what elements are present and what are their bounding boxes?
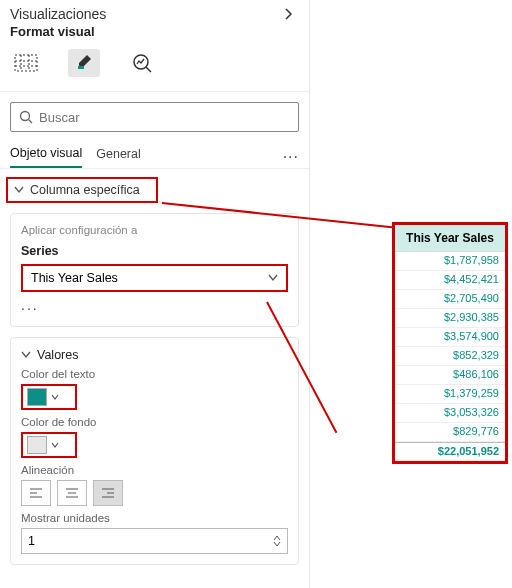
series-value: This Year Sales <box>31 271 118 285</box>
align-center-button[interactable] <box>57 480 87 506</box>
table-row: $3,574,900 <box>395 328 505 347</box>
table-row: $4,452,421 <box>395 271 505 290</box>
bg-color-swatch <box>27 436 47 454</box>
series-more-icon[interactable]: ··· <box>21 300 288 316</box>
table-row: $2,930,385 <box>395 309 505 328</box>
format-pane: Visualizaciones Format visual Objeto vis… <box>0 0 310 588</box>
text-color-picker[interactable] <box>21 384 77 410</box>
align-left-button[interactable] <box>21 480 51 506</box>
table-preview: This Year Sales $1,787,958$4,452,421$2,7… <box>392 222 508 464</box>
divider <box>0 91 309 92</box>
table-body: $1,787,958$4,452,421$2,705,490$2,930,385… <box>395 252 505 442</box>
values-header: Valores <box>37 348 78 362</box>
chevron-down-icon <box>268 274 278 282</box>
table-column-header: This Year Sales <box>395 225 505 252</box>
units-label: Mostrar unidades <box>21 512 288 524</box>
apply-settings-card: Aplicar configuración a Series This Year… <box>10 213 299 327</box>
search-icon <box>19 110 33 124</box>
table-row: $486,106 <box>395 366 505 385</box>
bg-color-picker[interactable] <box>21 432 77 458</box>
chevron-down-icon <box>51 394 59 400</box>
spinner-arrows-icon[interactable] <box>273 535 281 547</box>
search-input[interactable] <box>39 110 290 125</box>
text-color-label: Color del texto <box>21 368 288 380</box>
chevron-down-icon <box>21 351 31 359</box>
alignment-label: Alineación <box>21 464 288 476</box>
search-box[interactable] <box>10 102 299 132</box>
analytics-icon[interactable] <box>126 49 158 77</box>
pane-title: Visualizaciones <box>10 6 106 22</box>
svg-line-9 <box>29 120 33 124</box>
units-value: 1 <box>28 534 35 548</box>
format-mode-row <box>0 45 309 81</box>
svg-rect-0 <box>15 55 37 71</box>
table-row: $1,787,958 <box>395 252 505 271</box>
pane-header: Visualizaciones <box>0 0 309 22</box>
values-card: Valores Color del texto Color de fondo A… <box>10 337 299 565</box>
units-spinner[interactable]: 1 <box>21 528 288 554</box>
tab-visual[interactable]: Objeto visual <box>10 146 82 168</box>
table-total-row: $22,051,952 <box>395 442 505 461</box>
tab-general[interactable]: General <box>96 147 140 167</box>
table-icon[interactable] <box>10 49 42 77</box>
collapse-pane-icon[interactable] <box>283 8 299 20</box>
text-color-swatch <box>27 388 47 406</box>
bg-color-label: Color de fondo <box>21 416 288 428</box>
chevron-down-icon <box>51 442 59 448</box>
series-label: Series <box>21 244 288 258</box>
specific-column-label: Columna específica <box>30 183 140 197</box>
specific-column-section[interactable]: Columna específica <box>6 177 158 203</box>
svg-rect-5 <box>78 66 84 69</box>
series-dropdown[interactable]: This Year Sales <box>21 264 288 292</box>
values-header-row[interactable]: Valores <box>21 348 288 362</box>
svg-point-8 <box>21 112 30 121</box>
apply-hint: Aplicar configuración a <box>21 224 288 236</box>
paintbrush-icon[interactable] <box>68 49 100 77</box>
table-row: $829,776 <box>395 423 505 442</box>
svg-line-7 <box>146 67 151 72</box>
more-options-icon[interactable]: ··· <box>283 148 299 166</box>
table-row: $2,705,490 <box>395 290 505 309</box>
align-right-button[interactable] <box>93 480 123 506</box>
table-row: $3,053,326 <box>395 404 505 423</box>
format-section-title: Format visual <box>0 22 309 45</box>
alignment-group <box>21 480 288 506</box>
table-row: $1,379,259 <box>395 385 505 404</box>
table-row: $852,329 <box>395 347 505 366</box>
chevron-down-icon <box>14 186 24 194</box>
format-tabs: Objeto visual General ··· <box>0 132 309 169</box>
